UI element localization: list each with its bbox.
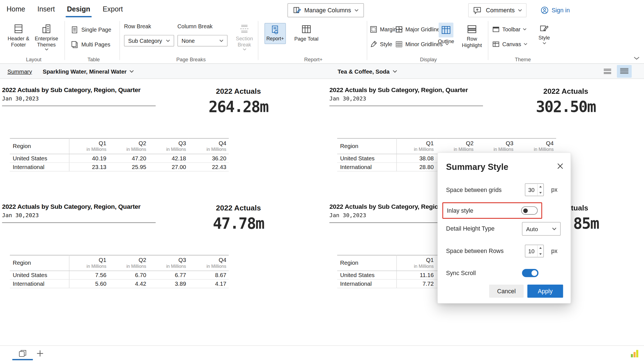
tab-insert[interactable]: Insert [37, 0, 55, 18]
panel-total-block: 2022 Actuals 264.28m [196, 87, 280, 116]
space-between-grids-label: Space between grids [446, 183, 562, 196]
page-tab-1[interactable] [12, 348, 33, 360]
style-button[interactable]: Style [370, 39, 392, 49]
page-total-icon [301, 24, 312, 34]
tab-export[interactable]: Export [103, 0, 123, 18]
header-footer-button[interactable]: Header & Footer [7, 24, 30, 48]
row-break-select[interactable]: Sub Category [124, 35, 174, 46]
multi-pages-button[interactable]: Multi Pages [71, 39, 110, 50]
sync-scroll-label: Sync Scroll [446, 266, 562, 280]
chevron-down-icon [354, 9, 359, 11]
column-break-label: Column Break [177, 24, 213, 30]
spin-up-icon[interactable] [538, 184, 543, 190]
cancel-button[interactable]: Cancel [489, 285, 524, 298]
column-header-q4: Q4in Millions [188, 138, 229, 154]
comments-button[interactable]: Comments [468, 3, 527, 17]
manage-columns-button[interactable]: Manage Columns [288, 3, 364, 17]
group-selector-center[interactable]: Tea & Coffee, Soda [338, 64, 397, 79]
spin-down-icon[interactable] [538, 190, 543, 196]
toolbar-icon [492, 25, 500, 33]
sign-in-button[interactable]: Sign in [537, 3, 573, 17]
apply-button[interactable]: Apply [527, 285, 563, 298]
manage-columns-icon [293, 6, 301, 14]
summary-panel-1: 2022 Actuals by Sub Category, Region, Qu… [2, 86, 328, 106]
unit-label: px [551, 183, 558, 196]
enterprise-themes-button[interactable]: Enterprise Themes [32, 24, 61, 50]
summary-link[interactable]: Summary [7, 64, 32, 79]
column-header-q1: Q1in Millions [396, 255, 436, 271]
table-row: United States 7.56 6.70 6.77 8.67 [10, 271, 229, 280]
group-selector-left[interactable]: Sparkling Water, Mineral Water [43, 64, 134, 79]
sync-scroll-toggle[interactable] [522, 269, 539, 277]
chevron-down-icon [523, 28, 527, 31]
detail-height-type-row: Detail Height Type Auto [446, 222, 562, 235]
column-break-select[interactable]: None [177, 35, 228, 46]
row-break-label: Row Break [124, 24, 151, 30]
column-header-region: Region [10, 138, 69, 154]
ribbon-group-theme: Toolbar Canvas Style Theme [492, 18, 553, 64]
report-canvas: 2022 Actuals by Sub Category, Region, Qu… [0, 79, 644, 345]
chevron-down-icon [166, 39, 170, 42]
column-header-q2: Q2in Millions [109, 138, 149, 154]
column-header-q2: Q2in Millions [109, 255, 149, 271]
page-total-button[interactable]: Page Total [291, 24, 322, 42]
column-header-q1: Q1in Millions [69, 255, 109, 271]
column-header-q4: Q4in Millions [516, 138, 556, 154]
close-icon[interactable] [557, 163, 564, 170]
page-bar [0, 345, 644, 361]
total-label: 2022 Actuals [196, 87, 280, 96]
space-between-rows-stepper [525, 245, 544, 257]
style-theme-icon [539, 24, 549, 33]
ribbon-tab-bar: Home Insert Design Export Manage Columns… [0, 0, 644, 18]
chevron-down-icon [552, 228, 557, 230]
view-detail-button[interactable] [601, 66, 614, 77]
inlay-style-row-highlighted: Inlay style [442, 202, 542, 219]
total-value: 264.28m [196, 98, 280, 116]
row-highlight-button[interactable]: Row Highlight [458, 24, 486, 48]
group-label-table: Table [71, 57, 117, 63]
report-plus-button[interactable]: Report+ [264, 23, 286, 44]
tab-home[interactable]: Home [7, 0, 25, 18]
toggle-knob [523, 208, 528, 213]
pages-icon [18, 349, 27, 358]
section-break-button: Section Break [232, 24, 257, 50]
chevron-down-icon [392, 70, 397, 73]
sign-in-label: Sign in [551, 7, 570, 14]
column-header-q2: Q2in Millions [436, 138, 476, 154]
outline-button[interactable]: Outline [435, 23, 458, 45]
chevron-down-icon [129, 70, 134, 73]
space-between-grids-stepper [525, 183, 544, 196]
tab-design[interactable]: Design [67, 0, 90, 18]
total-label: 2022 Actuals [524, 87, 608, 96]
spin-up-icon[interactable] [538, 245, 543, 251]
table-row: United States 40.19 47.20 42.18 36.20 [10, 154, 229, 163]
ribbon-group-display: Margin Style Major Gridlines [370, 18, 487, 64]
manage-columns-label: Manage Columns [304, 7, 351, 14]
spin-down-icon[interactable] [538, 251, 543, 257]
bar-chart-logo-icon [630, 349, 639, 358]
group-label-report-plus: Report+ [263, 57, 364, 63]
single-page-icon [71, 26, 79, 34]
ribbon-group-page-breaks: Row Break Sub Category Column Break None… [124, 18, 258, 64]
ribbon-group-report-plus: Report+ Page Total Report+ [263, 18, 364, 64]
title-rule [329, 106, 483, 106]
canvas-theme-button[interactable]: Canvas [492, 39, 527, 49]
column-header-region: Region [337, 138, 396, 154]
view-summary-button[interactable] [617, 65, 632, 78]
group-label-theme: Theme [492, 57, 553, 63]
collapse-ribbon-button[interactable] [633, 56, 640, 60]
total-label: 2022 Actuals [196, 204, 280, 213]
space-between-grids-row: Space between grids px [446, 183, 562, 196]
column-header-q3: Q3in Millions [149, 255, 189, 271]
ribbon-group-table: Single Page Multi Pages Table [71, 18, 117, 64]
add-page-button[interactable] [36, 350, 44, 357]
detail-height-type-select[interactable]: Auto [522, 222, 561, 235]
spinner [537, 184, 543, 196]
chevron-down-icon [219, 39, 224, 42]
plus-icon [36, 350, 44, 357]
style-theme-button[interactable]: Style [535, 24, 554, 44]
toolbar-theme-button[interactable]: Toolbar [492, 24, 527, 34]
single-page-button[interactable]: Single Page [71, 24, 111, 35]
inlay-style-toggle[interactable] [521, 207, 538, 215]
region-quarter-table: Region Q1in Millions Q2in Millions Q3in … [10, 255, 229, 288]
